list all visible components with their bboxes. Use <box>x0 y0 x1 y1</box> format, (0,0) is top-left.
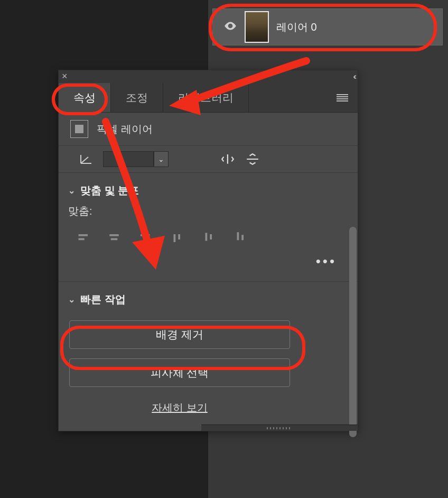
learn-more-link[interactable]: 자세히 보기 <box>69 396 290 415</box>
panel-resize-handle[interactable] <box>201 425 358 431</box>
quick-actions-title: 빠른 작업 <box>80 292 126 307</box>
tab-properties[interactable]: 속성 <box>59 83 111 112</box>
rotation-angle-dropdown[interactable]: ⌄ <box>154 151 169 167</box>
align-more-button[interactable]: ••• <box>59 248 358 281</box>
align-top-icon[interactable] <box>170 230 185 244</box>
align-bottom-icon[interactable] <box>233 230 249 244</box>
close-panel-icon[interactable]: × <box>62 71 68 81</box>
chevron-down-icon: ⌄ <box>68 294 75 305</box>
tab-libraries[interactable]: 라이브러리 <box>163 83 249 112</box>
layer-thumbnail[interactable] <box>245 11 269 43</box>
align-center-v-icon[interactable] <box>201 230 217 244</box>
layer-name-label: 레이어 0 <box>276 20 317 34</box>
rotation-angle-input[interactable] <box>103 151 154 167</box>
visibility-eye-icon[interactable] <box>223 19 237 35</box>
properties-panel: × ‹‹ 속성 조정 라이브러리 픽셀 레이어 ⌄ ⌄ 맞춤 및 분포 맞춤: … <box>58 70 358 431</box>
align-label: 맞춤: <box>59 204 358 218</box>
select-subject-button[interactable]: 피사체 선택 <box>69 358 290 387</box>
section-align-header[interactable]: ⌄ 맞춤 및 분포 <box>59 173 358 204</box>
collapse-panel-icon[interactable]: ‹‹ <box>353 72 354 81</box>
panel-menu-icon[interactable] <box>337 94 348 102</box>
layer-type-row: 픽셀 레이어 <box>59 113 358 146</box>
panel-tabs: 속성 조정 라이브러리 <box>59 83 358 113</box>
flip-horizontal-icon[interactable] <box>221 153 235 165</box>
scrollbar-thumb[interactable] <box>349 227 357 437</box>
layer-row[interactable]: 레이어 0 <box>212 8 443 45</box>
align-right-icon[interactable] <box>138 230 154 244</box>
section-quick-actions-header[interactable]: ⌄ 빠른 작업 <box>59 282 358 313</box>
remove-background-button[interactable]: 배경 제거 <box>69 320 290 349</box>
align-left-icon[interactable] <box>74 230 90 244</box>
align-section-title: 맞춤 및 분포 <box>80 183 139 198</box>
panel-topbar: × ‹‹ <box>59 70 358 83</box>
transform-row: ⌄ <box>59 146 358 173</box>
flip-vertical-icon[interactable] <box>246 153 259 165</box>
chevron-down-icon: ⌄ <box>68 186 75 196</box>
align-center-h-icon[interactable] <box>106 230 122 244</box>
tab-adjustments[interactable]: 조정 <box>111 83 163 112</box>
pixel-layer-icon <box>70 120 88 138</box>
angle-icon <box>80 154 92 164</box>
pixel-layer-label: 픽셀 레이어 <box>97 122 153 136</box>
align-buttons-row <box>59 218 358 248</box>
